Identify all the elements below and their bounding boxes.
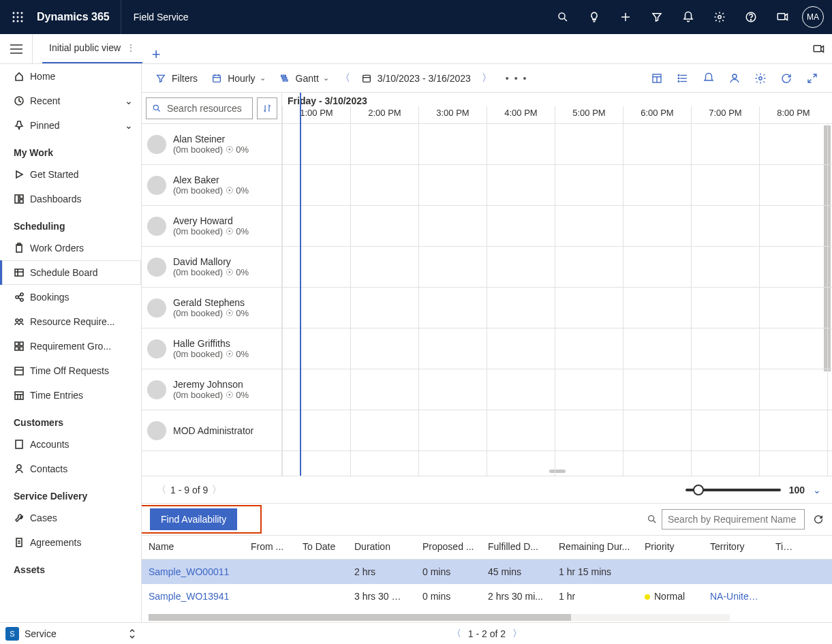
bell2-icon[interactable]	[696, 72, 722, 85]
col-time[interactable]: Time...	[769, 536, 803, 559]
resource-row[interactable]: Jeremy Johnson(0m booked) ☉ 0%	[142, 369, 281, 410]
req-refresh-icon[interactable]	[809, 514, 828, 525]
col-fulfilled[interactable]: Fulfilled D...	[481, 536, 552, 559]
nav-item-time-off-requests[interactable]: Time Off Requests	[0, 358, 141, 383]
requirement-search-input[interactable]	[662, 509, 805, 530]
clock-icon	[14, 95, 30, 106]
resource-row[interactable]: Alan Steiner(0m booked) ☉ 0%	[142, 124, 281, 165]
col-priority[interactable]: Priority	[638, 536, 703, 559]
requirement-table-header: Name From ... To Date Duration Proposed …	[142, 535, 832, 559]
nav-item-work-orders[interactable]: Work Orders	[0, 236, 141, 260]
gear2-icon[interactable]	[748, 72, 773, 85]
user-avatar[interactable]: MA	[802, 6, 824, 28]
requirement-row[interactable]: Sample_WO00011 2 hrs 0 mins 45 mins 1 hr…	[142, 559, 832, 584]
bell-icon[interactable]	[673, 11, 704, 23]
req-pager-next[interactable]: 〉	[506, 628, 529, 640]
req-name[interactable]: Sample_WO00011	[142, 561, 244, 583]
nav-item-bookings[interactable]: Bookings	[0, 285, 141, 309]
date-prev-button[interactable]: 〈	[336, 72, 354, 85]
nav-item-pinned[interactable]: Pinned⌄	[0, 113, 141, 138]
filters-label: Filters	[172, 73, 198, 84]
add-tab-button[interactable]: +	[142, 46, 170, 63]
nav-label: Bookings	[30, 292, 70, 303]
lightbulb-icon[interactable]	[579, 11, 610, 23]
pin-icon	[14, 120, 30, 131]
nav-header: Assets	[0, 555, 141, 579]
resource-pager-prev[interactable]: 〈	[153, 484, 170, 496]
col-to[interactable]: To Date	[296, 536, 348, 559]
resource-row[interactable]: MOD Administrator	[142, 410, 281, 451]
help-icon[interactable]	[735, 11, 767, 23]
refresh-icon[interactable]	[773, 72, 799, 85]
date-next-button[interactable]: 〉	[478, 72, 496, 85]
teams-icon[interactable]	[767, 11, 798, 23]
col-from[interactable]: From ...	[244, 536, 296, 559]
resource-row[interactable]: David Mallory(0m booked) ☉ 0%	[142, 247, 281, 288]
details-icon[interactable]	[644, 72, 670, 85]
svg-point-13	[718, 16, 722, 19]
nav-item-recent[interactable]: Recent⌄	[0, 89, 141, 113]
resource-row[interactable]: Gerald Stephens(0m booked) ☉ 0%	[142, 288, 281, 328]
waffle-icon[interactable]	[4, 12, 31, 22]
plus-icon[interactable]	[610, 11, 641, 23]
resource-pager-next[interactable]: 〉	[208, 484, 226, 496]
date-range-label[interactable]: 3/10/2023 - 3/16/2023	[378, 73, 471, 84]
nav-label: Cases	[30, 512, 57, 523]
nav-item-dashboards[interactable]: Dashboards	[0, 187, 141, 211]
svg-point-70	[678, 78, 679, 79]
resource-row[interactable]: Halle Griffiths(0m booked) ☉ 0%	[142, 328, 281, 369]
person-icon[interactable]	[722, 72, 748, 85]
resource-row[interactable]: Alex Baker(0m booked) ☉ 0%	[142, 165, 281, 206]
col-proposed[interactable]: Proposed ...	[416, 536, 481, 559]
nav-item-resource-require-[interactable]: Resource Require...	[0, 309, 141, 334]
teams-panel-icon[interactable]	[805, 34, 832, 63]
nav-item-requirement-gro-[interactable]: Requirement Gro...	[0, 334, 141, 358]
area-switcher[interactable]: S Service	[0, 622, 142, 644]
gear-icon[interactable]	[704, 11, 735, 23]
resource-search-input[interactable]: Search resources	[146, 97, 253, 119]
zoom-dropdown[interactable]: ⌄	[813, 485, 821, 495]
expand-icon[interactable]	[799, 72, 825, 85]
resource-sub: (0m booked) ☉ 0%	[173, 308, 249, 318]
req-pager-prev[interactable]: 〈	[445, 628, 468, 640]
resource-name: Gerald Stephens	[173, 297, 249, 308]
sort-button[interactable]	[257, 97, 277, 119]
board-toolbar: Filters Hourly⌄ Gantt⌄ 〈 3/10/2023 - 3/1…	[142, 64, 832, 93]
zoom-slider[interactable]	[685, 489, 781, 491]
find-availability-button[interactable]: Find Availability	[150, 508, 237, 530]
col-duration[interactable]: Duration	[348, 536, 416, 559]
req-horizontal-scrollbar[interactable]	[149, 614, 571, 621]
filter-icon[interactable]	[641, 11, 673, 23]
filters-button[interactable]: Filters	[149, 64, 204, 92]
nav-item-agreements[interactable]: Agreements	[0, 530, 141, 555]
col-name[interactable]: Name	[142, 536, 244, 559]
requirement-row[interactable]: Sample_WO13941 3 hrs 30 mi... 0 mins 2 h…	[142, 584, 832, 609]
nav-item-accounts[interactable]: Accounts	[0, 432, 141, 457]
person-icon	[14, 463, 30, 474]
col-remaining[interactable]: Remaining Dur...	[552, 536, 638, 559]
svg-point-36	[20, 319, 22, 322]
menu-toggle-icon[interactable]	[0, 34, 33, 63]
resource-row[interactable]: Avery Howard(0m booked) ☉ 0%	[142, 206, 281, 247]
area-switcher-chevron[interactable]	[128, 628, 136, 639]
search-icon[interactable]	[547, 11, 579, 23]
list-icon[interactable]	[670, 72, 696, 85]
tab-menu-icon[interactable]: ⋮	[126, 42, 136, 53]
avatar	[147, 380, 166, 399]
chevron-down-icon: ⌄	[125, 95, 133, 106]
tab-initial-public-view[interactable]: Initial public view ⋮	[42, 33, 142, 63]
req-name[interactable]: Sample_WO13941	[142, 585, 244, 607]
nav-item-contacts[interactable]: Contacts	[0, 457, 141, 481]
nav-item-get-started[interactable]: Get Started	[0, 162, 141, 187]
hourly-dropdown[interactable]: Hourly⌄	[204, 64, 272, 92]
gantt-dropdown[interactable]: Gantt⌄	[273, 64, 336, 92]
nav-item-cases[interactable]: Cases	[0, 506, 141, 530]
resource-sub: (0m booked) ☉ 0%	[173, 390, 249, 400]
more-actions-button[interactable]: • • •	[496, 73, 537, 84]
col-territory[interactable]: Territory	[703, 536, 769, 559]
nav-item-time-entries[interactable]: Time Entries	[0, 383, 141, 408]
nav-item-schedule-board[interactable]: Schedule Board	[0, 260, 141, 285]
gantt-resize-handle[interactable]	[549, 470, 566, 473]
nav-item-home[interactable]: Home	[0, 64, 141, 89]
resource-name: Jeremy Johnson	[173, 379, 249, 390]
